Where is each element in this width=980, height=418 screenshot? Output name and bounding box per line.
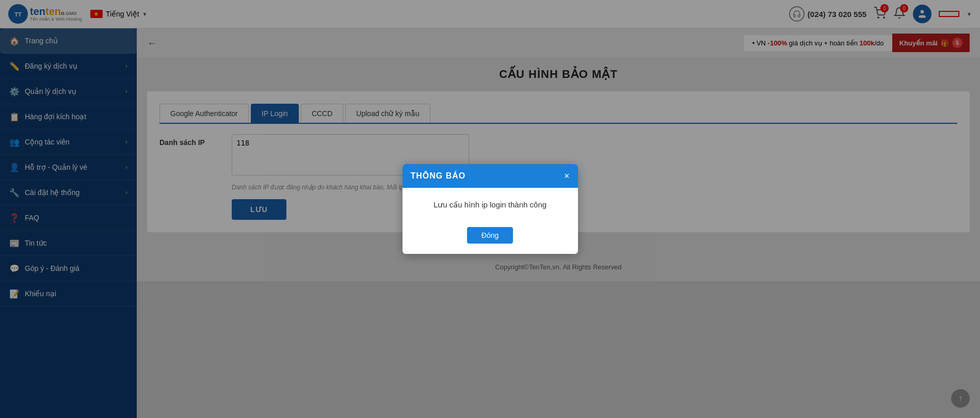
modal-close-button[interactable]: × — [564, 171, 570, 181]
modal-body: Lưu cấu hình ip login thành công — [403, 188, 578, 222]
modal-header: THÔNG BÁO × — [403, 164, 578, 188]
modal-message: Lưu cấu hình ip login thành công — [413, 200, 568, 210]
modal-overlay[interactable]: THÔNG BÁO × Lưu cấu hình ip login thành … — [0, 0, 980, 418]
modal-close-btn[interactable]: Đóng — [467, 227, 513, 244]
modal-title: THÔNG BÁO — [411, 171, 466, 181]
modal-dialog: THÔNG BÁO × Lưu cấu hình ip login thành … — [403, 164, 578, 254]
modal-footer: Đóng — [403, 222, 578, 254]
